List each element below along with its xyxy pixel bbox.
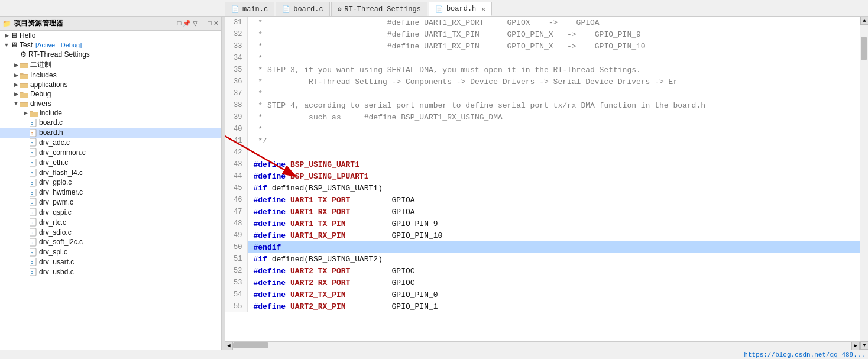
svg-text:c: c: [31, 171, 33, 175]
code-line[interactable]: * such as #define BSP_UART1_RX_USING_DMA: [247, 111, 860, 123]
svg-text:c: c: [31, 251, 33, 255]
tree-item-board-h[interactable]: hboard.h: [0, 128, 221, 138]
tree-item-includes[interactable]: ▶Includes: [0, 70, 221, 80]
code-row: 37 *: [225, 88, 860, 99]
code-line[interactable]: *: [247, 123, 860, 135]
code-editor[interactable]: 31 * #define UART1_RX_PORT GPIOX -> GPIO…: [225, 17, 860, 341]
tree-file-icon: c: [30, 158, 37, 167]
line-number: 54: [225, 289, 247, 300]
tree-item-drv-adc-c[interactable]: cdrv_adc.c: [0, 138, 221, 148]
tree-item-debug[interactable]: ▶Debug: [0, 89, 221, 99]
tree-item-drivers[interactable]: ▼drivers: [0, 99, 221, 108]
tree-item-drv-eth-c[interactable]: cdrv_eth.c: [0, 157, 221, 167]
scroll-down-btn[interactable]: ▼: [860, 341, 868, 350]
tree-item-applications[interactable]: ▶applications: [0, 80, 221, 89]
svg-text:c: c: [31, 121, 33, 125]
code-line[interactable]: #define UART2_TX_PIN GPIO_PIN_0: [247, 289, 860, 300]
tree-item-rt-thread-settings[interactable]: ⚙RT-Thread Settings: [0, 50, 221, 59]
code-row: 52#define UART2_TX_PORT GPIOC: [225, 265, 860, 277]
tree-item-drv-hwtimer-c[interactable]: cdrv_hwtimer.c: [0, 187, 221, 198]
tree-item-hello[interactable]: ▶🖥Hello: [0, 31, 221, 40]
tree-label: Test: [20, 41, 33, 49]
tree-file-icon: c: [30, 188, 37, 197]
tree-item-drv-soft-i2c-c[interactable]: cdrv_soft_i2c.c: [0, 237, 221, 247]
tree-file-icon: c: [30, 218, 37, 227]
code-line[interactable]: #define UART2_TX_PORT GPIOC: [247, 265, 860, 277]
sidebar-icon-pin[interactable]: 📌: [183, 20, 191, 27]
code-row: 41 */: [225, 135, 860, 147]
code-line[interactable]: * #define UART1_RX_PIN GPIO_PIN_X -> GPI…: [247, 40, 860, 52]
sidebar-icon-close[interactable]: ✕: [213, 20, 219, 27]
code-line[interactable]: * STEP 3, if you want using SERIAL DMA, …: [247, 64, 860, 76]
code-line[interactable]: * #define UART1_RX_PORT GPIOX -> GPIOA: [247, 17, 860, 28]
code-line[interactable]: #define BSP_USING_UART1: [247, 159, 860, 170]
tree-item-drv-pwm-c[interactable]: cdrv_pwm.c: [0, 198, 221, 208]
tree-item-test[interactable]: ▼🖥Test[Active - Debug]: [0, 40, 221, 50]
scroll-up-btn[interactable]: ▲: [860, 17, 868, 25]
tab-board-h[interactable]: 📄 board.h ✕: [429, 2, 492, 16]
status-bar: https://blog.csdn.net/qq_489...: [0, 350, 868, 359]
svg-text:c: c: [31, 231, 33, 235]
tab-main-c[interactable]: 📄 main.c: [225, 2, 274, 16]
code-line[interactable]: #define UART2_RX_PIN GPIO_PIN_1: [247, 300, 860, 312]
tree-item-include[interactable]: ▶include: [0, 108, 221, 118]
tree-item-drv-usart-c[interactable]: cdrv_usart.c: [0, 257, 221, 267]
scroll-right-btn[interactable]: ▶: [851, 342, 860, 350]
code-line[interactable]: *: [247, 88, 860, 99]
code-line[interactable]: #endif: [247, 241, 860, 253]
line-number: 50: [225, 241, 247, 253]
tab-rt-thread-settings[interactable]: ⚙ RT-Thread Settings: [331, 2, 427, 16]
tree-file-icon: c: [30, 118, 37, 127]
tab-board-c[interactable]: 📄 board.c: [276, 2, 329, 16]
code-row: 44#define BSP_USING_LPUART1: [225, 170, 860, 182]
tree-item-drv-usbd-c[interactable]: cdrv_usbd.c: [0, 267, 221, 277]
tree-item-drv-qspi-c[interactable]: cdrv_qspi.c: [0, 207, 221, 217]
code-line[interactable]: #define UART1_RX_PIN GPIO_PIN_10: [247, 229, 860, 241]
tree-item-drv-spi-c[interactable]: cdrv_spi.c: [0, 247, 221, 257]
tree-item-binary[interactable]: ▶二进制: [0, 59, 221, 70]
code-line[interactable]: *: [247, 52, 860, 64]
tab-label-board-h: board.h: [446, 5, 476, 13]
svg-text:c: c: [31, 200, 33, 205]
tree-label: drv_hwtimer.c: [39, 188, 83, 196]
code-line[interactable]: #define UART2_RX_PORT GPIOC: [247, 277, 860, 289]
svg-text:h: h: [31, 131, 33, 135]
tree-label: drv_soft_i2c.c: [39, 238, 83, 246]
sidebar-icon-min[interactable]: —: [199, 20, 206, 27]
code-line[interactable]: #define UART1_TX_PORT GPIOA: [247, 194, 860, 206]
scroll-left-btn[interactable]: ◀: [225, 342, 233, 350]
sidebar-header-icons: □ 📌 ▽ — □ ✕: [177, 20, 219, 27]
code-line[interactable]: */: [247, 135, 860, 147]
code-line[interactable]: #if defined(BSP_USING_UART1): [247, 182, 860, 194]
tree-item-drv-flash-l4-c[interactable]: cdrv_flash_l4.c: [0, 167, 221, 177]
code-line[interactable]: * RT-Thread Setting -> Components -> Dev…: [247, 76, 860, 88]
sidebar-icon-down[interactable]: ▽: [193, 20, 197, 27]
code-row: 31 * #define UART1_RX_PORT GPIOX -> GPIO…: [225, 17, 860, 28]
svg-text:c: c: [31, 260, 33, 264]
code-line[interactable]: #if defined(BSP_USING_UART2): [247, 253, 860, 265]
tab-close-board-h[interactable]: ✕: [481, 5, 485, 13]
tree-item-drv-common-c[interactable]: cdrv_common.c: [0, 147, 221, 157]
sidebar-icon-max[interactable]: □: [208, 20, 212, 27]
horizontal-scrollbar[interactable]: ◀ ▶: [225, 341, 860, 350]
scroll-track[interactable]: [233, 342, 851, 350]
tree-file-icon: 🖥: [11, 31, 18, 40]
code-line[interactable]: #define UART1_TX_PIN GPIO_PIN_9: [247, 218, 860, 229]
code-line[interactable]: #define BSP_USING_LPUART1: [247, 170, 860, 182]
code-line[interactable]: #define UART1_RX_PORT GPIOA: [247, 206, 860, 218]
tree-item-drv-sdio-c[interactable]: cdrv_sdio.c: [0, 227, 221, 237]
scroll-thumb-v[interactable]: [861, 37, 867, 60]
tree-item-drv-gpio-c[interactable]: cdrv_gpio.c: [0, 177, 221, 187]
line-number: 36: [225, 76, 247, 88]
tree-item-drv-rtc-c[interactable]: cdrv_rtc.c: [0, 217, 221, 227]
code-line[interactable]: [247, 147, 860, 159]
tree-item-board-c[interactable]: cboard.c: [0, 118, 221, 128]
code-line[interactable]: * #define UART1_TX_PIN GPIO_PIN_X -> GPI…: [247, 28, 860, 40]
sidebar-icon-restore[interactable]: □: [177, 20, 182, 27]
code-line[interactable]: * STEP 4, according to serial port numbe…: [247, 99, 860, 111]
vertical-scrollbar[interactable]: ▲ ▼: [860, 17, 868, 350]
status-url[interactable]: https://blog.csdn.net/qq_489...: [744, 351, 865, 358]
line-number: 55: [225, 300, 247, 312]
scroll-track-v[interactable]: [860, 25, 868, 341]
scroll-thumb[interactable]: [233, 342, 268, 348]
